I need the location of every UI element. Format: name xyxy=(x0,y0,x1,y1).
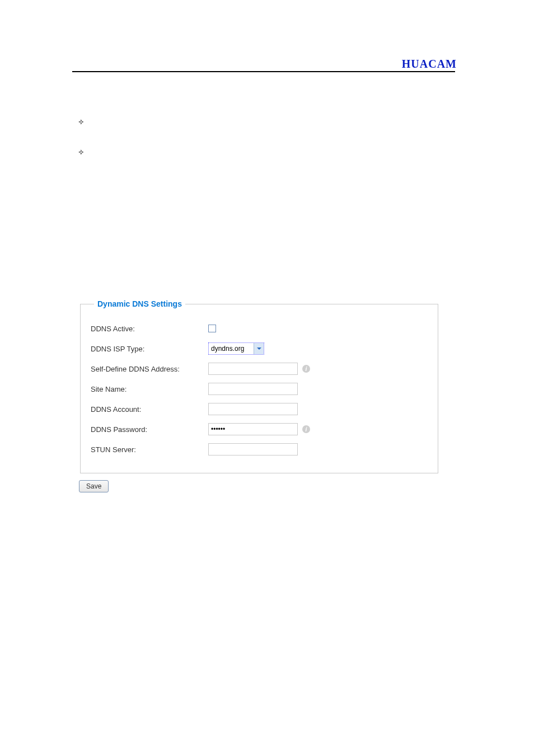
label-ddns-isp: DDNS ISP Type: xyxy=(91,345,208,353)
site-name-input[interactable] xyxy=(208,383,298,395)
self-define-address-input[interactable] xyxy=(208,363,298,375)
row-site-name: Site Name: xyxy=(91,379,428,399)
label-self-define-address: Self-Define DDNS Address: xyxy=(91,365,208,373)
ddns-panel-area: Dynamic DNS Settings DDNS Active: DDNS I… xyxy=(79,299,439,492)
bullet-2: ✧ xyxy=(78,148,85,157)
ddns-isp-select-value: dyndns.org xyxy=(211,345,254,353)
row-ddns-account: DDNS Account: xyxy=(91,399,428,419)
row-ddns-password: DDNS Password: i xyxy=(91,419,428,439)
row-stun-server: STUN Server: xyxy=(91,439,428,459)
stun-server-input[interactable] xyxy=(208,443,298,456)
info-icon: i xyxy=(302,425,310,433)
chevron-down-icon xyxy=(254,343,264,354)
info-icon: i xyxy=(302,365,310,373)
label-ddns-account: DDNS Account: xyxy=(91,405,208,414)
ddns-account-input[interactable] xyxy=(208,403,298,415)
row-self-define-address: Self-Define DDNS Address: i xyxy=(91,359,428,379)
row-ddns-isp: DDNS ISP Type: dyndns.org xyxy=(91,339,428,359)
label-ddns-active: DDNS Active: xyxy=(91,325,208,333)
ddns-fieldset: Dynamic DNS Settings DDNS Active: DDNS I… xyxy=(80,299,438,473)
label-stun-server: STUN Server: xyxy=(91,445,208,454)
label-site-name: Site Name: xyxy=(91,385,208,393)
ddns-isp-select[interactable]: dyndns.org xyxy=(208,342,264,355)
ddns-legend: Dynamic DNS Settings xyxy=(94,299,185,308)
row-ddns-active: DDNS Active: xyxy=(91,318,428,339)
label-ddns-password: DDNS Password: xyxy=(91,425,208,434)
bullet-1: ✧ xyxy=(78,118,85,126)
save-button[interactable]: Save xyxy=(79,480,109,492)
header-rule xyxy=(72,71,455,72)
ddns-active-checkbox[interactable] xyxy=(208,325,216,332)
ddns-password-input[interactable] xyxy=(208,423,298,435)
brand-text: HUACAM xyxy=(402,58,457,71)
